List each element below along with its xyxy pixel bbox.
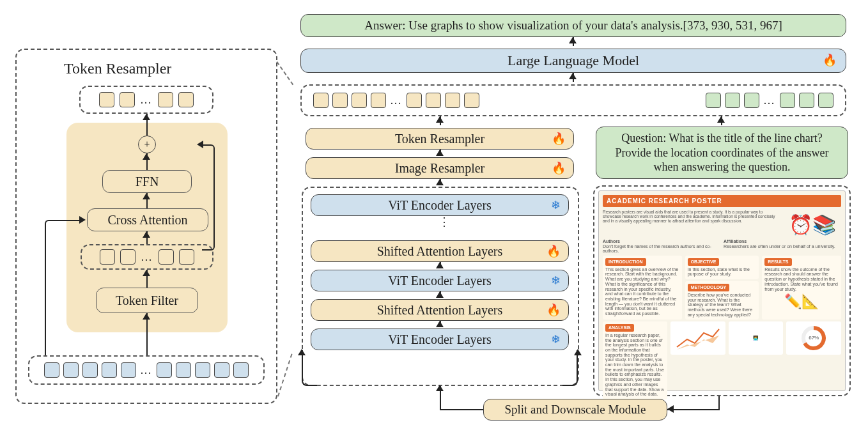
arrow-head — [197, 141, 203, 148]
poster-meth-t: Describe how you've conducted your resea… — [688, 293, 757, 317]
callout-line — [277, 353, 293, 396]
ellipsis-icon: … — [141, 251, 153, 264]
token-icon — [313, 93, 329, 108]
add-residual-icon: + — [138, 135, 156, 153]
poster-illustration-icon: 👩‍💻 — [729, 321, 784, 355]
arrow-head — [569, 73, 577, 79]
snowflake-icon: ❄ — [551, 332, 561, 346]
ellipsis-icon: … — [140, 364, 153, 377]
poster-chart-donut-icon: 67% — [786, 321, 841, 355]
arrow-head — [143, 231, 150, 238]
snowflake-icon: ❄ — [551, 274, 561, 288]
token-icon — [352, 93, 367, 108]
ellipsis-icon: … — [763, 94, 776, 107]
fire-icon: 🔥 — [546, 244, 561, 258]
arrow-head — [436, 262, 444, 268]
poster-affil-h: Affiliations — [724, 239, 747, 243]
cross-attention-block: Cross Attention — [87, 208, 208, 231]
token-icon — [120, 249, 136, 265]
fire-icon: 🔥 — [552, 161, 566, 175]
token-icon — [725, 93, 740, 108]
arrow-head — [143, 313, 150, 320]
token-icon — [464, 93, 479, 108]
ffn-block: FFN — [102, 170, 192, 193]
question-input-block: Question: What is the title of the line … — [596, 127, 848, 179]
arrow-head — [436, 116, 444, 123]
fire-icon: 🔥 — [546, 303, 561, 317]
label: Shifted Attention Layers — [377, 303, 503, 318]
image-token-group: … — [313, 93, 479, 108]
poster-affil-t: Researchers are often under or on behalf… — [724, 244, 835, 249]
token-icon — [706, 93, 721, 108]
poster-chart-line-icon — [670, 321, 725, 355]
connector-line — [440, 409, 483, 410]
poster-authors-t: Don't forget the names of the research a… — [603, 244, 711, 254]
arrow-head — [143, 153, 150, 160]
token-icon — [445, 93, 460, 108]
panel-title: Token Resampler — [64, 60, 171, 77]
poster-res-t: Results show the outcome of the research… — [764, 267, 839, 291]
label: ViT Encoder Layers — [388, 198, 492, 213]
poster-mock: ACADEMIC RESEARCH POSTER Research poster… — [598, 190, 846, 391]
token-icon — [233, 362, 249, 378]
token-icon — [158, 92, 173, 107]
ellipsis-vertical-icon: ⋮ — [438, 219, 450, 226]
poster-ana-h: ANALYSIS — [605, 324, 634, 332]
resampler-input-tokens: … — [28, 355, 265, 385]
poster-title: ACADEMIC RESEARCH POSTER — [603, 195, 841, 207]
arrow-head — [436, 291, 444, 298]
skip-line — [302, 350, 317, 386]
poster-obj-h: OBJECTIVE — [688, 258, 720, 266]
token-icon — [178, 92, 194, 107]
answer-output-block: Answer: Use graphs to show visualization… — [300, 14, 846, 37]
token-icon — [102, 362, 117, 378]
poster-intro-t: This section gives an overview of the re… — [605, 267, 679, 316]
label: ViT Encoder Layers — [388, 274, 492, 288]
arrow-head — [436, 385, 444, 391]
arrow-head — [436, 150, 444, 156]
label: Token Resampler — [395, 132, 484, 146]
resampler-mid-tokens: … — [81, 244, 213, 270]
vit-encoder-layer-block: ViT Encoder Layers ❄ — [311, 270, 569, 291]
ellipsis-icon: … — [140, 93, 153, 107]
token-icon — [120, 92, 135, 107]
resampler-output-tokens: … — [79, 86, 213, 114]
label: Shifted Attention Layers — [377, 244, 503, 259]
connector-line — [718, 396, 720, 409]
poster-authors-h: Authors — [603, 239, 620, 243]
arrow-head — [143, 193, 150, 199]
callout-line — [276, 61, 293, 85]
shifted-attention-layer-block: Shifted Attention Layers 🔥 — [311, 299, 569, 321]
text-token-group: … — [706, 93, 833, 108]
residual-line — [202, 144, 215, 251]
token-icon — [176, 362, 191, 378]
ellipsis-icon: … — [390, 94, 403, 107]
image-resampler-block: Image Resampler 🔥 — [306, 157, 574, 179]
bypass-line — [45, 220, 68, 355]
token-icon — [179, 249, 194, 265]
token-icon — [407, 93, 422, 108]
arrow-head — [143, 270, 150, 276]
token-icon — [121, 362, 136, 378]
token-icon — [157, 362, 172, 378]
connector-line — [667, 409, 720, 410]
token-icon — [799, 93, 814, 108]
token-icon — [159, 249, 174, 265]
poster-res-h: RESULTS — [764, 258, 791, 266]
connector-line — [66, 220, 82, 221]
fire-icon: 🔥 — [823, 53, 837, 67]
shifted-attention-layer-block: Shifted Attention Layers 🔥 — [311, 240, 569, 262]
poster-obj-t: In this section, state what is the purpo… — [688, 267, 757, 277]
token-icon — [780, 93, 795, 108]
arrow-head — [436, 179, 444, 185]
token-icon — [426, 93, 441, 108]
token-icon — [44, 362, 59, 378]
token-icon — [63, 362, 79, 378]
vit-encoder-layer-block: ViT Encoder Layers ❄ — [311, 194, 569, 216]
arrow-head — [143, 114, 150, 120]
label: ViT Encoder Layers — [388, 332, 492, 347]
poster-meth-h: METHODOLOGY — [688, 284, 730, 291]
arrow-head — [298, 349, 306, 355]
arrow-head — [667, 405, 674, 413]
vit-encoder-layer-block: ViT Encoder Layers ❄ — [311, 328, 569, 350]
